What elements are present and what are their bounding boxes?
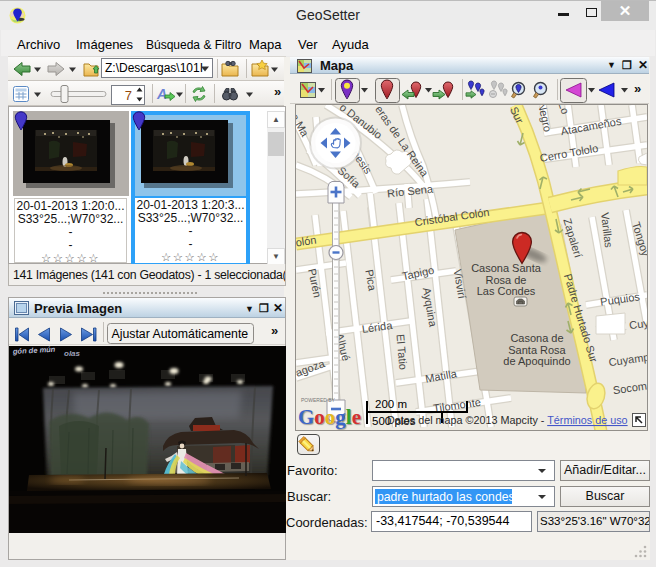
svg-text:POWERED BY: POWERED BY	[301, 397, 336, 403]
svg-text:»: »	[634, 81, 641, 96]
svg-text:olas: olas	[64, 349, 81, 358]
svg-text:Cuy: Cuy	[628, 317, 647, 332]
svg-text:Ajustar Automáticamente: Ajustar Automáticamente	[112, 327, 249, 341]
svg-text:Z:\Descargas\101I: Z:\Descargas\101I	[105, 61, 203, 75]
svg-text:Datos del mapa ©2013 Mapcity -: Datos del mapa ©2013 Mapcity - Términos …	[387, 414, 628, 426]
svg-text:7: 7	[125, 88, 132, 103]
svg-text:Casona de: Casona de	[510, 332, 563, 344]
svg-text:Casona Santa: Casona Santa	[471, 262, 542, 274]
svg-text:Las Condes: Las Condes	[477, 285, 536, 297]
svg-text:Google: Google	[298, 405, 361, 429]
svg-text:A: A	[156, 86, 167, 102]
svg-text:»: »	[274, 84, 281, 99]
svg-text:200 m: 200 m	[375, 398, 407, 410]
svg-text:»: »	[271, 323, 278, 338]
svg-text:de Apoquindo: de Apoquindo	[503, 355, 570, 367]
